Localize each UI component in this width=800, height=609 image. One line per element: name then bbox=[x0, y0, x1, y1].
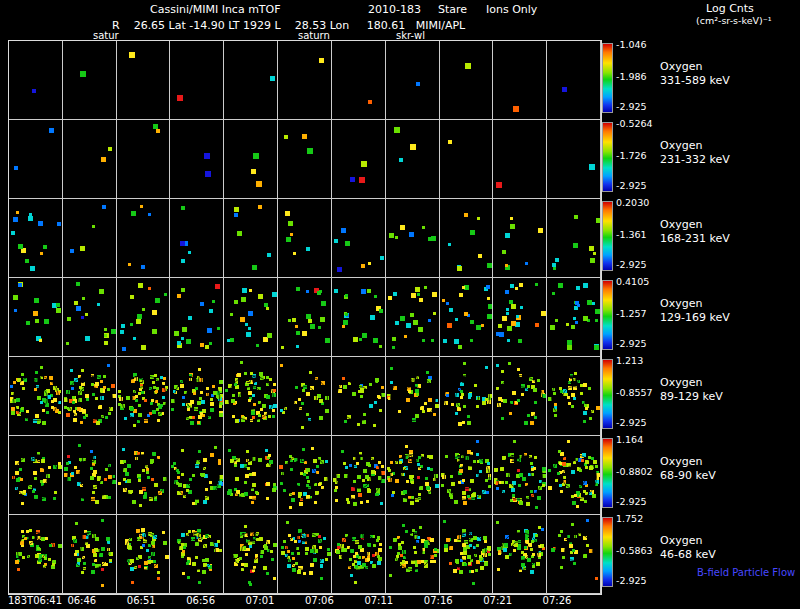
lshell-contour-ring bbox=[26, 541, 46, 561]
data-pixel bbox=[121, 324, 125, 328]
data-pixel bbox=[457, 266, 462, 271]
energy-band-label: Oxygen331-589 keV bbox=[660, 60, 730, 88]
contour-value-label: 150 bbox=[80, 534, 95, 542]
data-pixel bbox=[141, 345, 146, 350]
cbar-mid-label: -1.257 bbox=[616, 308, 647, 319]
stare-panel: 180 bbox=[493, 436, 547, 515]
data-pixel bbox=[81, 369, 84, 372]
data-pixel bbox=[558, 283, 563, 288]
mimi-inca-display: Cassini/MIMI Inca mTOF 2010-183 Stare Io… bbox=[0, 0, 800, 609]
contour-value-label: 150 bbox=[241, 534, 256, 542]
data-pixel bbox=[234, 213, 238, 217]
data-pixel bbox=[317, 291, 321, 295]
data-pixel bbox=[410, 144, 416, 150]
data-pixel bbox=[353, 502, 357, 506]
data-pixel bbox=[576, 286, 580, 290]
data-pixel bbox=[21, 502, 24, 505]
data-pixel bbox=[246, 450, 249, 453]
data-pixel bbox=[519, 283, 523, 287]
data-pixel bbox=[513, 106, 519, 112]
data-pixel bbox=[43, 245, 47, 249]
stare-panel bbox=[9, 120, 63, 199]
data-pixel bbox=[337, 543, 340, 546]
data-pixel bbox=[56, 303, 60, 307]
contour-value-label: 180 bbox=[510, 456, 525, 464]
data-pixel bbox=[198, 581, 201, 584]
data-pixel bbox=[505, 233, 510, 238]
stare-panel bbox=[386, 199, 440, 278]
data-pixel bbox=[108, 496, 111, 499]
contour-value-label: 150 bbox=[241, 377, 256, 385]
data-pixel bbox=[66, 413, 70, 417]
data-pixel bbox=[58, 544, 62, 548]
data-pixel bbox=[219, 413, 223, 417]
time-tick-label: 07:16 bbox=[424, 595, 453, 606]
data-pixel bbox=[288, 221, 293, 226]
data-pixel bbox=[307, 148, 313, 154]
data-pixel bbox=[507, 326, 512, 331]
cbar-min-label: -2.925 bbox=[616, 101, 647, 112]
data-pixel bbox=[595, 577, 598, 580]
data-pixel bbox=[541, 528, 544, 531]
data-pixel bbox=[441, 484, 444, 487]
data-pixel bbox=[107, 364, 110, 367]
data-pixel bbox=[573, 317, 576, 320]
stare-panel: 150 bbox=[332, 357, 386, 436]
stare-panel bbox=[117, 199, 171, 278]
data-pixel bbox=[463, 362, 466, 365]
stare-panel bbox=[493, 41, 547, 120]
data-pixel bbox=[67, 455, 70, 458]
data-pixel bbox=[249, 583, 252, 586]
data-pixel bbox=[308, 319, 312, 323]
data-pixel bbox=[156, 129, 160, 133]
data-pixel bbox=[458, 345, 462, 349]
stare-panel: 150 bbox=[170, 515, 224, 594]
stare-panel bbox=[9, 199, 63, 278]
stare-panel: 180 bbox=[386, 436, 440, 515]
data-pixel bbox=[39, 339, 42, 342]
data-pixel bbox=[327, 552, 331, 556]
data-pixel bbox=[78, 444, 81, 447]
contour-value-label: 180 bbox=[295, 456, 310, 464]
data-pixel bbox=[177, 341, 181, 345]
stare-panel: 150 bbox=[386, 515, 440, 594]
data-pixel bbox=[148, 213, 151, 216]
data-pixel bbox=[58, 465, 62, 469]
data-pixel bbox=[381, 386, 384, 389]
data-pixel bbox=[366, 500, 369, 503]
data-pixel bbox=[54, 491, 57, 494]
contour-value-label: 150 bbox=[80, 377, 95, 385]
data-pixel bbox=[314, 501, 317, 504]
data-pixel bbox=[430, 560, 433, 563]
data-pixel bbox=[422, 339, 425, 342]
data-pixel bbox=[515, 322, 520, 327]
data-pixel bbox=[266, 497, 269, 500]
data-pixel bbox=[268, 454, 271, 457]
energy-range-label: 231-332 keV bbox=[660, 153, 730, 167]
data-pixel bbox=[595, 309, 600, 314]
data-pixel bbox=[92, 225, 95, 228]
data-pixel bbox=[343, 320, 348, 325]
data-pixel bbox=[584, 500, 587, 503]
data-pixel bbox=[162, 531, 165, 534]
data-pixel bbox=[99, 289, 104, 294]
stare-panel bbox=[332, 278, 386, 357]
contour-value-label: 150 bbox=[349, 377, 364, 385]
data-pixel bbox=[103, 375, 106, 378]
data-pixel bbox=[380, 256, 384, 260]
stare-panel bbox=[547, 199, 601, 278]
stare-panel: 180 bbox=[63, 436, 117, 515]
data-pixel bbox=[177, 95, 183, 101]
data-pixel bbox=[40, 366, 43, 369]
data-pixel bbox=[269, 378, 272, 381]
data-pixel bbox=[478, 254, 482, 258]
data-pixel bbox=[131, 211, 136, 216]
stare-panel: 180 bbox=[117, 436, 171, 515]
contour-value-label: 150 bbox=[403, 377, 418, 385]
data-pixel bbox=[410, 501, 414, 505]
data-pixel bbox=[337, 267, 342, 272]
time-tick-label: 07:26 bbox=[543, 595, 572, 606]
data-pixel bbox=[281, 551, 285, 555]
stare-panel: 150 bbox=[332, 515, 386, 594]
contour-value-label: 150 bbox=[457, 377, 472, 385]
